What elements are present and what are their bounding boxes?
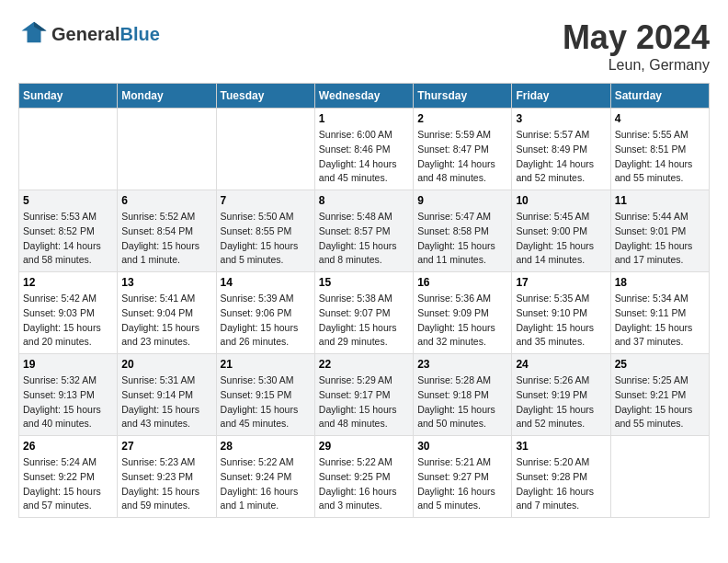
- day-info: Sunrise: 5:59 AMSunset: 8:47 PMDaylight:…: [417, 128, 507, 186]
- calendar-cell: 31Sunrise: 5:20 AMSunset: 9:28 PMDayligh…: [512, 436, 610, 518]
- calendar-title: May 2024: [563, 18, 710, 57]
- calendar-cell: 24Sunrise: 5:26 AMSunset: 9:19 PMDayligh…: [512, 354, 610, 436]
- day-info: Sunrise: 5:24 AMSunset: 9:22 PMDaylight:…: [23, 455, 113, 513]
- calendar-cell: 1Sunrise: 6:00 AMSunset: 8:46 PMDaylight…: [314, 109, 413, 190]
- day-info: Sunrise: 5:42 AMSunset: 9:03 PMDaylight:…: [23, 292, 113, 350]
- header-friday: Friday: [512, 84, 610, 109]
- calendar-cell: 8Sunrise: 5:48 AMSunset: 8:57 PMDaylight…: [314, 190, 413, 272]
- calendar-cell: 27Sunrise: 5:23 AMSunset: 9:23 PMDayligh…: [118, 436, 216, 518]
- calendar-cell: 3Sunrise: 5:57 AMSunset: 8:49 PMDaylight…: [512, 109, 610, 190]
- calendar-cell: [610, 436, 709, 518]
- calendar-cell: 17Sunrise: 5:35 AMSunset: 9:10 PMDayligh…: [512, 272, 610, 354]
- day-number: 30: [417, 440, 507, 453]
- calendar-cell: 21Sunrise: 5:30 AMSunset: 9:15 PMDayligh…: [216, 354, 314, 436]
- day-info: Sunrise: 5:21 AMSunset: 9:27 PMDaylight:…: [417, 455, 507, 513]
- day-number: 10: [516, 194, 606, 207]
- calendar-table: SundayMondayTuesdayWednesdayThursdayFrid…: [18, 83, 710, 518]
- day-info: Sunrise: 5:31 AMSunset: 9:14 PMDaylight:…: [121, 373, 211, 431]
- calendar-cell: 10Sunrise: 5:45 AMSunset: 9:00 PMDayligh…: [512, 190, 610, 272]
- day-info: Sunrise: 5:32 AMSunset: 9:13 PMDaylight:…: [23, 373, 113, 431]
- day-info: Sunrise: 5:38 AMSunset: 9:07 PMDaylight:…: [319, 292, 409, 350]
- day-info: Sunrise: 5:41 AMSunset: 9:04 PMDaylight:…: [121, 292, 211, 350]
- day-number: 16: [417, 276, 507, 289]
- day-info: Sunrise: 5:22 AMSunset: 9:24 PMDaylight:…: [221, 455, 311, 513]
- calendar-cell: 6Sunrise: 5:52 AMSunset: 8:54 PMDaylight…: [118, 190, 216, 272]
- page-header: GeneralBlue May 2024 Leun, Germany: [18, 18, 710, 74]
- day-info: Sunrise: 5:30 AMSunset: 9:15 PMDaylight:…: [221, 373, 311, 431]
- logo-text: GeneralBlue: [51, 24, 160, 45]
- header-saturday: Saturday: [610, 84, 709, 109]
- calendar-cell: 13Sunrise: 5:41 AMSunset: 9:04 PMDayligh…: [118, 272, 216, 354]
- day-number: 11: [615, 194, 705, 207]
- day-number: 21: [221, 358, 311, 371]
- day-info: Sunrise: 5:28 AMSunset: 9:18 PMDaylight:…: [417, 373, 507, 431]
- week-row-4: 26Sunrise: 5:24 AMSunset: 9:22 PMDayligh…: [19, 436, 710, 518]
- day-number: 26: [23, 440, 113, 453]
- calendar-cell: 18Sunrise: 5:34 AMSunset: 9:11 PMDayligh…: [610, 272, 709, 354]
- day-number: 17: [516, 276, 606, 289]
- day-info: Sunrise: 5:44 AMSunset: 9:01 PMDaylight:…: [615, 210, 705, 268]
- day-info: Sunrise: 5:29 AMSunset: 9:17 PMDaylight:…: [319, 373, 409, 431]
- day-number: 1: [319, 112, 409, 125]
- calendar-cell: [19, 109, 118, 190]
- day-number: 22: [319, 358, 409, 371]
- day-number: 9: [417, 194, 507, 207]
- header-wednesday: Wednesday: [314, 84, 413, 109]
- day-number: 4: [615, 112, 705, 125]
- calendar-cell: 22Sunrise: 5:29 AMSunset: 9:17 PMDayligh…: [314, 354, 413, 436]
- week-row-0: 1Sunrise: 6:00 AMSunset: 8:46 PMDaylight…: [19, 109, 710, 190]
- day-info: Sunrise: 5:26 AMSunset: 9:19 PMDaylight:…: [516, 373, 606, 431]
- week-row-2: 12Sunrise: 5:42 AMSunset: 9:03 PMDayligh…: [19, 272, 710, 354]
- day-number: 2: [417, 112, 507, 125]
- week-row-3: 19Sunrise: 5:32 AMSunset: 9:13 PMDayligh…: [19, 354, 710, 436]
- calendar-cell: 14Sunrise: 5:39 AMSunset: 9:06 PMDayligh…: [216, 272, 314, 354]
- week-row-1: 5Sunrise: 5:53 AMSunset: 8:52 PMDaylight…: [19, 190, 710, 272]
- title-block: May 2024 Leun, Germany: [563, 18, 710, 74]
- calendar-cell: 9Sunrise: 5:47 AMSunset: 8:58 PMDaylight…: [414, 190, 512, 272]
- calendar-cell: 5Sunrise: 5:53 AMSunset: 8:52 PMDaylight…: [19, 190, 118, 272]
- day-number: 14: [221, 276, 311, 289]
- calendar-cell: [118, 109, 216, 190]
- header-monday: Monday: [118, 84, 216, 109]
- calendar-cell: 11Sunrise: 5:44 AMSunset: 9:01 PMDayligh…: [610, 190, 709, 272]
- day-info: Sunrise: 5:45 AMSunset: 9:00 PMDaylight:…: [516, 210, 606, 268]
- day-info: Sunrise: 5:36 AMSunset: 9:09 PMDaylight:…: [417, 292, 507, 350]
- calendar-cell: 15Sunrise: 5:38 AMSunset: 9:07 PMDayligh…: [314, 272, 413, 354]
- day-number: 29: [319, 440, 409, 453]
- header-thursday: Thursday: [414, 84, 512, 109]
- day-number: 25: [615, 358, 705, 371]
- calendar-cell: 16Sunrise: 5:36 AMSunset: 9:09 PMDayligh…: [414, 272, 512, 354]
- day-info: Sunrise: 5:34 AMSunset: 9:11 PMDaylight:…: [615, 292, 705, 350]
- calendar-cell: 4Sunrise: 5:55 AMSunset: 8:51 PMDaylight…: [610, 109, 709, 190]
- day-info: Sunrise: 5:48 AMSunset: 8:57 PMDaylight:…: [319, 210, 409, 268]
- day-info: Sunrise: 5:35 AMSunset: 9:10 PMDaylight:…: [516, 292, 606, 350]
- day-number: 20: [121, 358, 211, 371]
- day-info: Sunrise: 5:52 AMSunset: 8:54 PMDaylight:…: [121, 210, 211, 268]
- day-number: 13: [121, 276, 211, 289]
- day-number: 27: [121, 440, 211, 453]
- calendar-subtitle: Leun, Germany: [563, 57, 710, 74]
- day-number: 7: [221, 194, 311, 207]
- calendar-header-row: SundayMondayTuesdayWednesdayThursdayFrid…: [19, 84, 710, 109]
- day-number: 18: [615, 276, 705, 289]
- calendar-cell: 19Sunrise: 5:32 AMSunset: 9:13 PMDayligh…: [19, 354, 118, 436]
- calendar-cell: 30Sunrise: 5:21 AMSunset: 9:27 PMDayligh…: [414, 436, 512, 518]
- calendar-cell: [216, 109, 314, 190]
- calendar-cell: 23Sunrise: 5:28 AMSunset: 9:18 PMDayligh…: [414, 354, 512, 436]
- header-sunday: Sunday: [19, 84, 118, 109]
- day-info: Sunrise: 5:39 AMSunset: 9:06 PMDaylight:…: [221, 292, 311, 350]
- day-info: Sunrise: 6:00 AMSunset: 8:46 PMDaylight:…: [319, 128, 409, 186]
- day-number: 12: [23, 276, 113, 289]
- calendar-cell: 25Sunrise: 5:25 AMSunset: 9:21 PMDayligh…: [610, 354, 709, 436]
- day-number: 24: [516, 358, 606, 371]
- day-number: 6: [121, 194, 211, 207]
- calendar-cell: 29Sunrise: 5:22 AMSunset: 9:25 PMDayligh…: [314, 436, 413, 518]
- day-number: 15: [319, 276, 409, 289]
- day-info: Sunrise: 5:22 AMSunset: 9:25 PMDaylight:…: [319, 455, 409, 513]
- day-info: Sunrise: 5:25 AMSunset: 9:21 PMDaylight:…: [615, 373, 705, 431]
- day-number: 28: [221, 440, 311, 453]
- day-info: Sunrise: 5:47 AMSunset: 8:58 PMDaylight:…: [417, 210, 507, 268]
- day-info: Sunrise: 5:20 AMSunset: 9:28 PMDaylight:…: [516, 455, 606, 513]
- day-number: 5: [23, 194, 113, 207]
- calendar-cell: 26Sunrise: 5:24 AMSunset: 9:22 PMDayligh…: [19, 436, 118, 518]
